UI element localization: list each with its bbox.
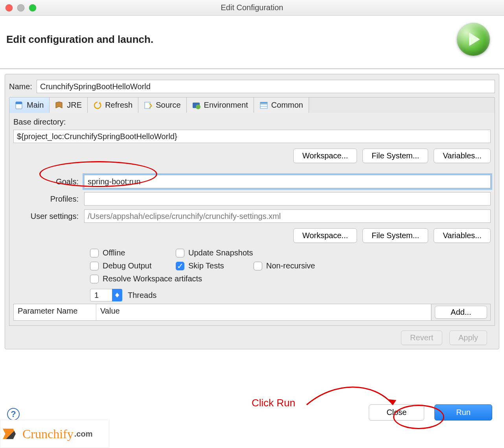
svg-rect-4 xyxy=(145,102,150,108)
brand-name: Crunchify xyxy=(22,427,74,441)
name-input[interactable] xyxy=(37,80,495,93)
tab-common[interactable]: Common xyxy=(254,97,309,113)
resolve-workspace-checkbox[interactable]: Resolve Workspace artifacts xyxy=(90,274,202,283)
profiles-label: Profiles: xyxy=(13,195,84,204)
update-snapshots-label: Update Snapshots xyxy=(188,248,253,257)
tab-source[interactable]: Source xyxy=(138,97,186,113)
svg-marker-13 xyxy=(388,399,396,405)
options-group: Offline Update Snapshots Debug Output ✓S… xyxy=(90,248,491,301)
close-button[interactable]: Close xyxy=(369,404,424,420)
tab-main[interactable]: Main xyxy=(9,97,50,113)
svg-rect-10 xyxy=(260,102,267,104)
basedir-input[interactable] xyxy=(13,130,491,143)
config-panel: Name: Main JRE Refresh Source xyxy=(5,74,499,349)
refresh-icon xyxy=(93,101,102,110)
svg-point-6 xyxy=(196,105,200,109)
non-recursive-label: Non-recursive xyxy=(266,261,315,270)
debug-output-label: Debug Output xyxy=(103,261,152,270)
usersettings-variables-button[interactable]: Variables... xyxy=(434,228,491,243)
svg-rect-2 xyxy=(16,102,22,104)
table-icon xyxy=(259,101,268,110)
skip-tests-label: Skip Tests xyxy=(188,261,224,270)
source-icon xyxy=(144,101,153,110)
threads-stepper[interactable] xyxy=(112,289,122,301)
param-name-header[interactable]: Parameter Name xyxy=(14,304,96,320)
basedir-workspace-button[interactable]: Workspace... xyxy=(293,149,357,163)
crunchify-logo-icon xyxy=(3,425,20,442)
add-parameter-button[interactable]: Add... xyxy=(435,306,487,319)
svg-marker-3 xyxy=(99,102,101,104)
run-button[interactable]: Run xyxy=(434,404,492,420)
dialog-title: Edit configuration and launch. xyxy=(6,33,153,46)
offline-label: Offline xyxy=(103,248,125,257)
usersettings-label: User settings: xyxy=(13,212,84,221)
window-title: Edit Configuration xyxy=(0,3,504,12)
usersettings-input[interactable] xyxy=(84,209,491,223)
tab-refresh-label: Refresh xyxy=(105,101,132,110)
apply-button[interactable]: Apply xyxy=(449,330,487,345)
resolve-workspace-label: Resolve Workspace artifacts xyxy=(103,274,202,283)
document-icon xyxy=(15,101,24,110)
crunchify-watermark: Crunchify.com xyxy=(0,420,109,448)
tab-environment[interactable]: Environment xyxy=(187,97,254,113)
basedir-variables-button[interactable]: Variables... xyxy=(434,149,491,163)
tab-source-label: Source xyxy=(156,101,180,110)
profiles-input[interactable] xyxy=(84,192,491,206)
basedir-filesystem-button[interactable]: File System... xyxy=(362,149,428,163)
param-value-header[interactable]: Value xyxy=(96,304,431,320)
window-titlebar: Edit Configuration xyxy=(0,0,504,16)
tab-main-body: Base directory: Workspace... File System… xyxy=(9,113,495,326)
goals-label: Goals: xyxy=(13,177,84,186)
annotation-click-run: Click Run xyxy=(252,397,295,409)
update-snapshots-checkbox[interactable]: Update Snapshots xyxy=(176,248,253,257)
skip-tests-checkbox[interactable]: ✓Skip Tests xyxy=(176,261,243,270)
svg-marker-12 xyxy=(115,295,119,297)
non-recursive-checkbox[interactable]: Non-recursive xyxy=(254,261,315,270)
tab-refresh[interactable]: Refresh xyxy=(88,97,138,113)
run-hero-icon xyxy=(457,23,490,56)
revert-button[interactable]: Revert xyxy=(401,330,442,345)
goals-input[interactable] xyxy=(84,175,491,188)
basedir-label: Base directory: xyxy=(13,118,491,127)
parameter-table: Parameter Name Value Add... xyxy=(13,304,491,321)
name-label: Name: xyxy=(9,82,37,91)
book-icon xyxy=(55,101,64,110)
offline-checkbox[interactable]: Offline xyxy=(90,248,165,257)
tab-environment-label: Environment xyxy=(204,101,248,110)
brand-suffix: .com xyxy=(74,430,93,439)
tab-jre-label: JRE xyxy=(67,101,82,110)
tab-main-label: Main xyxy=(27,101,44,110)
help-icon[interactable]: ? xyxy=(7,408,20,420)
usersettings-workspace-button[interactable]: Workspace... xyxy=(293,228,357,243)
tabs: Main JRE Refresh Source Environment xyxy=(9,97,495,113)
dialog-header: Edit configuration and launch. xyxy=(0,16,504,69)
usersettings-filesystem-button[interactable]: File System... xyxy=(362,228,428,243)
environment-icon xyxy=(192,101,201,110)
tab-common-label: Common xyxy=(271,101,303,110)
svg-marker-0 xyxy=(469,33,480,46)
threads-value[interactable]: 1 xyxy=(90,289,112,301)
threads-label: Threads xyxy=(128,291,156,300)
debug-output-checkbox[interactable]: Debug Output xyxy=(90,261,165,270)
tab-jre[interactable]: JRE xyxy=(50,97,88,113)
